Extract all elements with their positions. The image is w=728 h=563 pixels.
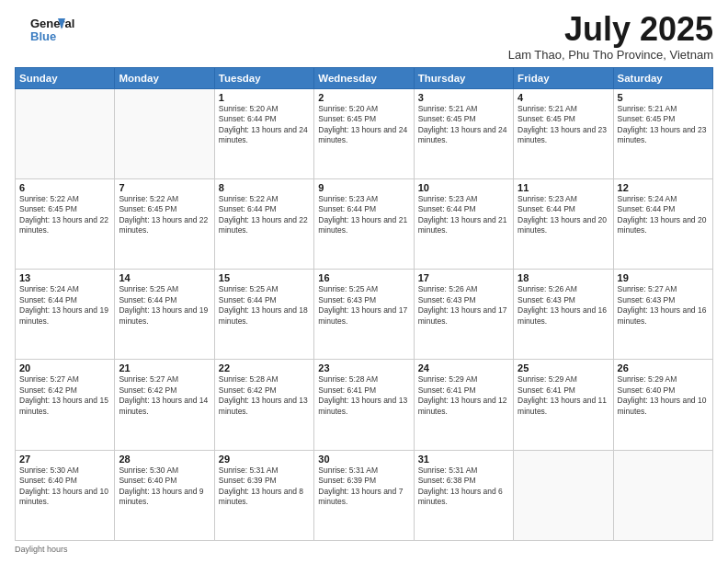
cell-info-text: Sunrise: 5:21 AM Sunset: 6:45 PM Dayligh… [518,104,609,146]
cell-info-text: Sunrise: 5:31 AM Sunset: 6:39 PM Dayligh… [318,465,409,508]
calendar-cell: 3Sunrise: 5:21 AM Sunset: 6:45 PM Daylig… [414,88,513,178]
week-row-2: 6Sunrise: 5:22 AM Sunset: 6:45 PM Daylig… [16,178,713,269]
cell-info-text: Sunrise: 5:22 AM Sunset: 6:45 PM Dayligh… [19,194,110,236]
calendar-cell: 9Sunrise: 5:23 AM Sunset: 6:44 PM Daylig… [314,178,414,269]
calendar-cell: 10Sunrise: 5:23 AM Sunset: 6:44 PM Dayli… [414,178,513,269]
cell-date-number: 6 [19,182,110,193]
day-header-saturday: Saturday [613,67,712,88]
cell-info-text: Sunrise: 5:24 AM Sunset: 6:44 PM Dayligh… [19,284,110,327]
cell-info-text: Sunrise: 5:23 AM Sunset: 6:44 PM Dayligh… [418,194,509,236]
cell-date-number: 14 [119,272,210,283]
calendar-cell: 12Sunrise: 5:24 AM Sunset: 6:44 PM Dayli… [613,178,712,269]
week-row-5: 27Sunrise: 5:30 AM Sunset: 6:40 PM Dayli… [16,450,713,540]
cell-info-text: Sunrise: 5:26 AM Sunset: 6:43 PM Dayligh… [418,284,509,327]
logo-icon: General Blue [15,11,79,48]
main-title: July 2025 [508,11,713,48]
cell-info-text: Sunrise: 5:21 AM Sunset: 6:45 PM Dayligh… [618,104,709,146]
cell-date-number: 23 [318,362,409,373]
calendar-header: SundayMondayTuesdayWednesdayThursdayFrid… [16,67,713,88]
day-header-row: SundayMondayTuesdayWednesdayThursdayFrid… [16,67,713,88]
cell-date-number: 21 [119,362,210,373]
calendar-cell: 7Sunrise: 5:22 AM Sunset: 6:45 PM Daylig… [115,178,214,269]
cell-info-text: Sunrise: 5:25 AM Sunset: 6:43 PM Dayligh… [318,284,409,327]
subtitle: Lam Thao, Phu Tho Province, Vietnam [508,48,713,62]
day-header-thursday: Thursday [414,67,513,88]
calendar-cell: 6Sunrise: 5:22 AM Sunset: 6:45 PM Daylig… [16,178,115,269]
cell-info-text: Sunrise: 5:22 AM Sunset: 6:44 PM Dayligh… [219,194,310,236]
cell-date-number: 4 [518,92,609,103]
cell-info-text: Sunrise: 5:31 AM Sunset: 6:39 PM Dayligh… [219,465,310,508]
cell-info-text: Sunrise: 5:29 AM Sunset: 6:41 PM Dayligh… [418,374,509,417]
cell-info-text: Sunrise: 5:25 AM Sunset: 6:44 PM Dayligh… [119,284,210,327]
cell-info-text: Sunrise: 5:30 AM Sunset: 6:40 PM Dayligh… [119,465,210,508]
day-header-monday: Monday [115,67,214,88]
calendar-cell [115,88,214,178]
cell-info-text: Sunrise: 5:24 AM Sunset: 6:44 PM Dayligh… [618,194,709,236]
calendar-cell: 18Sunrise: 5:26 AM Sunset: 6:43 PM Dayli… [514,270,613,360]
cell-info-text: Sunrise: 5:30 AM Sunset: 6:40 PM Dayligh… [19,465,110,508]
cell-info-text: Sunrise: 5:20 AM Sunset: 6:44 PM Dayligh… [219,104,310,146]
day-header-friday: Friday [514,67,613,88]
calendar-cell [16,88,115,178]
cell-date-number: 11 [518,182,609,193]
calendar-cell: 24Sunrise: 5:29 AM Sunset: 6:41 PM Dayli… [414,360,513,450]
cell-info-text: Sunrise: 5:27 AM Sunset: 6:42 PM Dayligh… [119,374,210,417]
cell-date-number: 26 [618,362,709,373]
week-row-4: 20Sunrise: 5:27 AM Sunset: 6:42 PM Dayli… [16,360,713,450]
calendar-table: SundayMondayTuesdayWednesdayThursdayFrid… [15,67,713,541]
logo: General Blue [15,11,79,48]
cell-info-text: Sunrise: 5:27 AM Sunset: 6:42 PM Dayligh… [19,374,110,417]
cell-date-number: 22 [219,362,310,373]
cell-date-number: 5 [618,92,709,103]
cell-info-text: Sunrise: 5:25 AM Sunset: 6:44 PM Dayligh… [219,284,310,327]
calendar-cell: 19Sunrise: 5:27 AM Sunset: 6:43 PM Dayli… [613,270,712,360]
cell-info-text: Sunrise: 5:28 AM Sunset: 6:41 PM Dayligh… [318,374,409,417]
svg-text:Blue: Blue [30,29,56,43]
day-header-wednesday: Wednesday [314,67,414,88]
cell-date-number: 25 [518,362,609,373]
calendar-cell: 31Sunrise: 5:31 AM Sunset: 6:38 PM Dayli… [414,450,513,540]
svg-text:General: General [30,17,74,30]
calendar-body: 1Sunrise: 5:20 AM Sunset: 6:44 PM Daylig… [16,88,713,540]
title-block: July 2025 Lam Thao, Phu Tho Province, Vi… [508,11,713,62]
week-row-1: 1Sunrise: 5:20 AM Sunset: 6:44 PM Daylig… [16,88,713,178]
day-header-tuesday: Tuesday [214,67,313,88]
cell-date-number: 13 [19,272,110,283]
cell-info-text: Sunrise: 5:23 AM Sunset: 6:44 PM Dayligh… [518,194,609,236]
cell-date-number: 31 [418,454,509,465]
calendar-cell: 22Sunrise: 5:28 AM Sunset: 6:42 PM Dayli… [214,360,313,450]
cell-date-number: 9 [318,182,409,193]
footer-note: Daylight hours [15,545,713,554]
cell-date-number: 28 [119,454,210,465]
calendar-cell: 17Sunrise: 5:26 AM Sunset: 6:43 PM Dayli… [414,270,513,360]
calendar-cell: 13Sunrise: 5:24 AM Sunset: 6:44 PM Dayli… [16,270,115,360]
calendar-cell: 27Sunrise: 5:30 AM Sunset: 6:40 PM Dayli… [16,450,115,540]
page: General Blue July 2025 Lam Thao, Phu Tho… [0,0,728,563]
cell-date-number: 2 [318,92,409,103]
cell-date-number: 18 [518,272,609,283]
calendar-cell: 14Sunrise: 5:25 AM Sunset: 6:44 PM Dayli… [115,270,214,360]
cell-info-text: Sunrise: 5:28 AM Sunset: 6:42 PM Dayligh… [219,374,310,417]
cell-date-number: 20 [19,362,110,373]
cell-date-number: 7 [119,182,210,193]
cell-date-number: 12 [618,182,709,193]
cell-info-text: Sunrise: 5:23 AM Sunset: 6:44 PM Dayligh… [318,194,409,236]
cell-date-number: 27 [19,454,110,465]
cell-info-text: Sunrise: 5:20 AM Sunset: 6:45 PM Dayligh… [318,104,409,146]
cell-info-text: Sunrise: 5:21 AM Sunset: 6:45 PM Dayligh… [418,104,509,146]
cell-date-number: 24 [418,362,509,373]
cell-date-number: 16 [318,272,409,283]
calendar-cell: 28Sunrise: 5:30 AM Sunset: 6:40 PM Dayli… [115,450,214,540]
calendar-cell: 20Sunrise: 5:27 AM Sunset: 6:42 PM Dayli… [16,360,115,450]
calendar-cell: 2Sunrise: 5:20 AM Sunset: 6:45 PM Daylig… [314,88,414,178]
calendar-cell: 5Sunrise: 5:21 AM Sunset: 6:45 PM Daylig… [613,88,712,178]
cell-date-number: 3 [418,92,509,103]
cell-date-number: 1 [219,92,310,103]
cell-info-text: Sunrise: 5:29 AM Sunset: 6:41 PM Dayligh… [518,374,609,417]
calendar-cell: 11Sunrise: 5:23 AM Sunset: 6:44 PM Dayli… [514,178,613,269]
calendar-cell [613,450,712,540]
cell-date-number: 17 [418,272,509,283]
cell-info-text: Sunrise: 5:26 AM Sunset: 6:43 PM Dayligh… [518,284,609,327]
cell-info-text: Sunrise: 5:27 AM Sunset: 6:43 PM Dayligh… [618,284,709,327]
cell-info-text: Sunrise: 5:22 AM Sunset: 6:45 PM Dayligh… [119,194,210,236]
